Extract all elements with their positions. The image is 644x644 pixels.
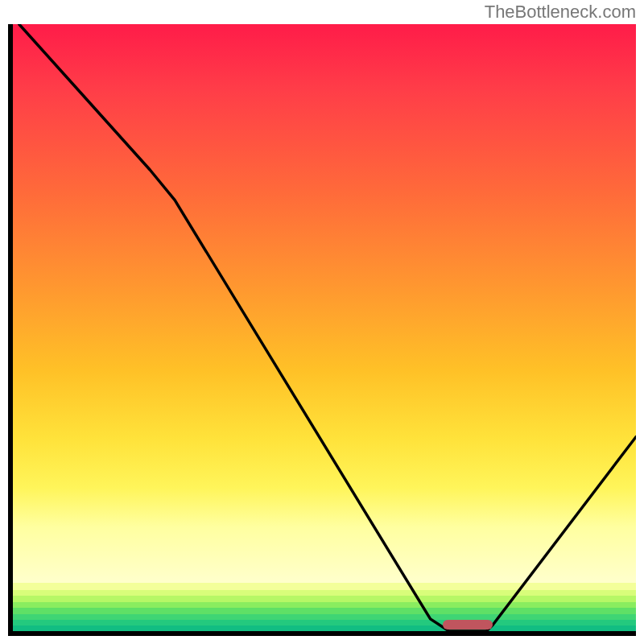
watermark-label: TheBottleneck.com: [485, 2, 636, 23]
chart-area: [8, 24, 636, 636]
bottleneck-curve: [13, 24, 636, 631]
optimum-marker: [443, 620, 493, 630]
